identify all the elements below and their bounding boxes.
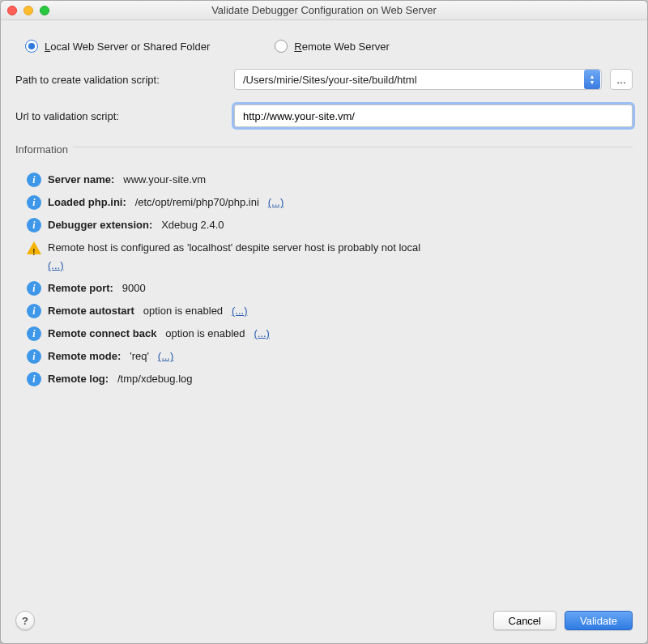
server-type-radio-group: Local Web Server or Shared Folder Remote… [15, 35, 633, 66]
radio-remote-label: Remote Web Server [294, 41, 390, 53]
combobox-stepper-icon: ▲▼ [584, 70, 600, 89]
info-remote-connect-back: i Remote connect back option is enabled … [27, 322, 633, 345]
info-remote-port: i Remote port: 9000 [27, 277, 633, 300]
information-title: Information [15, 139, 68, 156]
remote-port-value: 9000 [122, 282, 146, 294]
validate-button[interactable]: Validate [565, 611, 633, 630]
browse-path-button[interactable]: ... [610, 69, 633, 90]
information-list: i Server name: www.your-site.vm i Loaded… [15, 165, 633, 390]
info-icon: i [27, 281, 41, 296]
info-icon: i [27, 195, 41, 210]
radio-indicator-selected [25, 40, 38, 53]
debugger-ext-label: Debugger extension: [48, 219, 152, 231]
zoom-window-button[interactable] [40, 6, 49, 15]
info-icon: i [27, 304, 41, 318]
warning-text: Remote host is configured as 'localhost'… [48, 241, 420, 254]
info-icon: i [27, 218, 41, 232]
path-row: Path to create validation script: /Users… [15, 66, 633, 101]
dialog-footer: ? Cancel Validate [1, 603, 647, 643]
info-server-name: i Server name: www.your-site.vm [27, 168, 633, 191]
debugger-ext-value: Xdebug 2.4.0 [161, 219, 224, 231]
warning-link[interactable]: (...) [48, 259, 64, 271]
server-name-value: www.your-site.vm [123, 173, 206, 186]
path-label: Path to create validation script: [15, 74, 226, 86]
info-icon: i [27, 372, 41, 386]
server-name-label: Server name: [48, 173, 114, 186]
help-button[interactable]: ? [15, 611, 35, 630]
warning-remote-host: Remote host is configured as 'localhost'… [27, 237, 633, 277]
traffic-lights [7, 6, 49, 15]
remote-connect-back-link[interactable]: (...) [254, 327, 270, 339]
php-ini-value: /etc/opt/remi/php70/php.ini [135, 196, 259, 208]
php-ini-link[interactable]: (...) [268, 196, 284, 208]
close-window-button[interactable] [7, 6, 17, 15]
url-row: Url to validation script: [15, 101, 633, 139]
url-label: Url to validation script: [15, 110, 226, 122]
url-input-wrapper [234, 104, 633, 127]
titlebar: Validate Debugger Configuration on Web S… [1, 1, 647, 20]
radio-local-web-server[interactable]: Local Web Server or Shared Folder [25, 40, 210, 53]
remote-connect-back-label: Remote connect back [48, 327, 156, 339]
radio-local-label: Local Web Server or Shared Folder [45, 41, 210, 53]
info-remote-mode: i Remote mode: 'req' (...) [27, 345, 633, 368]
remote-autostart-suffix: option is enabled [143, 305, 223, 317]
info-remote-log: i Remote log: /tmp/xdebug.log [27, 368, 633, 390]
info-remote-autostart: i Remote autostart option is enabled (..… [27, 300, 633, 322]
info-icon: i [27, 173, 41, 187]
dialog-window: Validate Debugger Configuration on Web S… [0, 0, 648, 644]
section-divider [73, 147, 633, 147]
php-ini-label: Loaded php.ini: [48, 196, 126, 208]
remote-mode-label: Remote mode: [48, 350, 121, 362]
info-debugger-extension: i Debugger extension: Xdebug 2.4.0 [27, 214, 633, 237]
cancel-button[interactable]: Cancel [493, 611, 556, 630]
url-input[interactable] [241, 109, 625, 123]
information-section-header: Information [15, 139, 633, 156]
remote-log-label: Remote log: [48, 373, 109, 385]
info-icon: i [27, 349, 41, 364]
info-php-ini: i Loaded php.ini: /etc/opt/remi/php70/ph… [27, 191, 633, 214]
radio-remote-web-server[interactable]: Remote Web Server [275, 40, 390, 53]
path-value: /Users/mirie/Sites/your-site/build/html [235, 74, 583, 86]
remote-mode-value: 'req' [130, 350, 149, 362]
radio-indicator [275, 40, 288, 53]
remote-autostart-label: Remote autostart [48, 305, 134, 317]
path-combobox[interactable]: /Users/mirie/Sites/your-site/build/html … [234, 69, 602, 90]
minimize-window-button[interactable] [23, 6, 33, 15]
info-icon: i [27, 326, 41, 341]
remote-port-label: Remote port: [48, 282, 113, 294]
remote-autostart-link[interactable]: (...) [232, 305, 248, 317]
window-title: Validate Debugger Configuration on Web S… [7, 4, 641, 16]
remote-connect-back-suffix: option is enabled [165, 327, 245, 339]
dialog-content: Local Web Server or Shared Folder Remote… [1, 20, 647, 603]
remote-log-value: /tmp/xdebug.log [117, 373, 193, 385]
warning-icon [27, 241, 41, 254]
remote-mode-link[interactable]: (...) [158, 350, 174, 362]
